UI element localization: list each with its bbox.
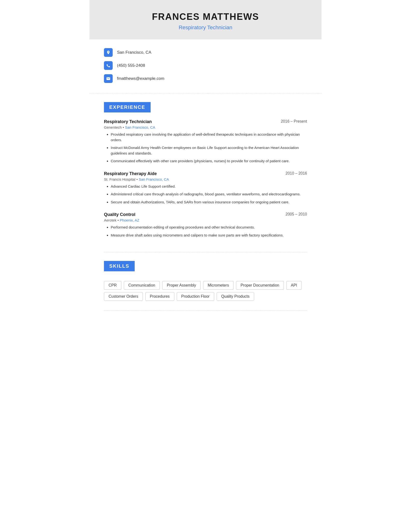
- skill-badge: Production Floor: [177, 292, 214, 301]
- list-item: Instruct McDonald Army Health Center emp…: [111, 145, 307, 156]
- list-item: Communicated effectively with other care…: [111, 158, 307, 164]
- skill-badge: Communication: [124, 281, 160, 290]
- job-3-bullets: Performed documentation editing of opera…: [104, 225, 307, 238]
- phone-item: (450) 555-2408: [104, 61, 307, 70]
- list-item: Performed documentation editing of opera…: [111, 225, 307, 230]
- job-3-company-name: Aerotek: [104, 218, 117, 222]
- email-text: fmatthews@example.com: [117, 76, 164, 81]
- skill-badge: Quality Products: [217, 292, 254, 301]
- location-icon: [104, 48, 113, 57]
- location-item: San Francisco, CA: [104, 48, 307, 57]
- skills-grid: CPR Communication Proper Assembly Microm…: [104, 281, 307, 301]
- list-item: Provided respiratory care involving the …: [111, 132, 307, 143]
- list-item: Administered critical care through analy…: [111, 191, 307, 197]
- experience-section: EXPERIENCE Respiratory Technician 2016 –…: [89, 93, 322, 252]
- skill-badge: CPR: [104, 281, 121, 290]
- job-1-dates: 2016 – Present: [281, 119, 307, 124]
- email-icon: [104, 74, 113, 83]
- job-1-header: Respiratory Technician 2016 – Present: [104, 119, 307, 124]
- job-2-bullets: Advanced Cardiac Life Support certified.…: [104, 184, 307, 205]
- job-3-header: Quality Control 2005 – 2010: [104, 212, 307, 217]
- skill-badge: Proper Assembly: [162, 281, 201, 290]
- resume-header: FRANCES MATTHEWS Respiratory Technician: [89, 0, 322, 39]
- job-2-dates: 2010 – 2016: [286, 171, 307, 176]
- job-1-title: Respiratory Technician: [104, 119, 152, 124]
- list-item: Measure drive shaft axles using micromet…: [111, 233, 307, 238]
- list-item: Secure and obtain Authorizations, TARs, …: [111, 200, 307, 205]
- skill-badge: Customer Orders: [104, 292, 143, 301]
- skill-badge: API: [286, 281, 302, 290]
- job-2-title: Respiratory Therapy Aide: [104, 171, 157, 176]
- job-2-company-name: St. Francis Hospital: [104, 177, 135, 181]
- candidate-title: Respiratory Technician: [99, 24, 312, 31]
- job-2-location: San Francisco, CA: [139, 177, 169, 181]
- job-1: Respiratory Technician 2016 – Present Ge…: [104, 119, 307, 164]
- email-item: fmatthews@example.com: [104, 74, 307, 83]
- job-2: Respiratory Therapy Aide 2010 – 2016 St.…: [104, 171, 307, 205]
- location-text: San Francisco, CA: [117, 50, 151, 55]
- candidate-name: FRANCES MATTHEWS: [99, 12, 312, 22]
- job-3-dates: 2005 – 2010: [286, 212, 307, 216]
- skills-section: SKILLS CPR Communication Proper Assembly…: [89, 252, 322, 311]
- job-3-location: Phoenix, AZ: [120, 218, 139, 222]
- job-2-header: Respiratory Therapy Aide 2010 – 2016: [104, 171, 307, 176]
- list-item: Advanced Cardiac Life Support certified.: [111, 184, 307, 189]
- phone-text: (450) 555-2408: [117, 63, 145, 68]
- job-1-location: San Francisco, CA: [125, 125, 155, 129]
- contact-section: San Francisco, CA (450) 555-2408 fmatthe…: [89, 39, 322, 93]
- bottom-divider: [104, 311, 307, 311]
- phone-icon: [104, 61, 113, 70]
- job-3-title: Quality Control: [104, 212, 135, 217]
- job-3-company: Aerotek • Phoenix, AZ: [104, 218, 307, 222]
- skills-section-label: SKILLS: [104, 261, 135, 271]
- job-1-company: Genentech • San Francisco, CA: [104, 125, 307, 129]
- skill-badge: Proper Documentation: [236, 281, 284, 290]
- job-1-company-name: Genentech: [104, 125, 121, 129]
- skill-badge: Procedures: [145, 292, 174, 301]
- experience-section-label: EXPERIENCE: [104, 102, 151, 113]
- job-3: Quality Control 2005 – 2010 Aerotek • Ph…: [104, 212, 307, 238]
- job-1-bullets: Provided respiratory care involving the …: [104, 132, 307, 164]
- job-2-company: St. Francis Hospital • San Francisco, CA: [104, 177, 307, 181]
- skill-badge: Micrometers: [203, 281, 234, 290]
